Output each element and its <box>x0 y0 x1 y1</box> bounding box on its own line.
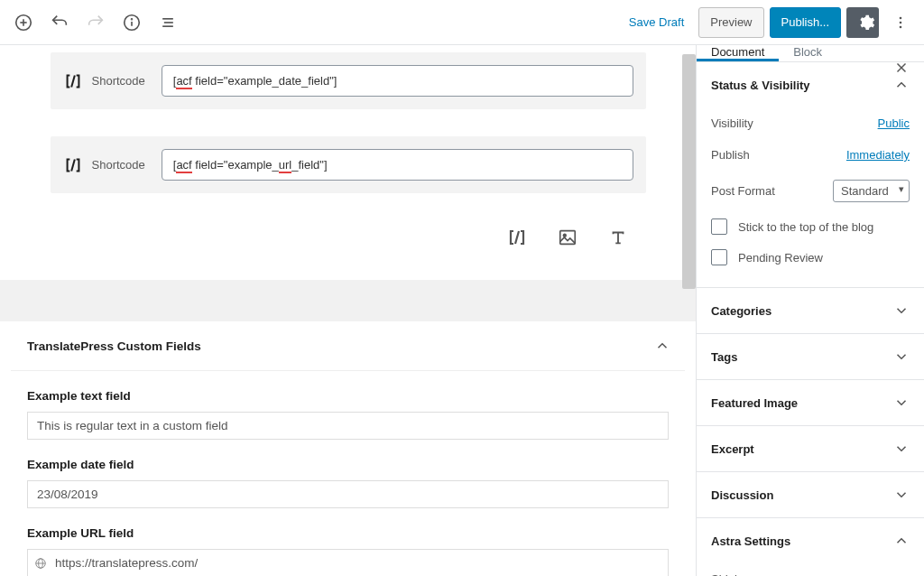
publish-button[interactable]: Publish... <box>770 7 841 38</box>
shortcode-block-1[interactable]: Shortcode [acf field="example_date_field… <box>51 52 646 109</box>
outline-button[interactable] <box>152 6 184 39</box>
editor-scrollbar[interactable] <box>682 54 696 289</box>
panel-discussion[interactable]: Discussion <box>697 472 924 517</box>
panel-featured-image[interactable]: Featured Image <box>697 380 924 425</box>
chevron-down-icon <box>893 302 910 319</box>
info-button[interactable] <box>116 6 148 39</box>
date-field-input[interactable] <box>27 480 669 508</box>
panel-astra-settings[interactable]: Astra Settings <box>697 518 924 563</box>
chevron-down-icon <box>893 441 910 457</box>
text-field-input[interactable] <box>27 412 669 440</box>
shortcode-input-2[interactable]: [acf field="example_url_field"] <box>162 149 633 181</box>
text-field-label: Example text field <box>27 389 669 403</box>
more-menu-button[interactable] <box>884 6 917 39</box>
insert-text-button[interactable] <box>601 220 635 255</box>
post-format-label: Post Format <box>711 184 775 198</box>
date-field-label: Example date field <box>27 458 669 471</box>
globe-icon <box>34 557 47 570</box>
settings-button[interactable] <box>846 7 879 38</box>
add-block-button[interactable] <box>7 6 40 39</box>
redo-button[interactable] <box>79 6 112 39</box>
visibility-value[interactable]: Public <box>878 116 910 130</box>
sticky-label: Stick to the top of the blog <box>738 220 873 234</box>
sticky-checkbox[interactable] <box>711 218 727 235</box>
svg-line-14 <box>515 231 519 244</box>
svg-point-16 <box>563 234 566 237</box>
panel-status-visibility: Status & Visibility Visibility Public Pu… <box>697 62 924 288</box>
shortcode-block-2[interactable]: Shortcode [acf field="example_url_field"… <box>51 136 646 193</box>
editor-spacer <box>0 280 696 321</box>
undo-button[interactable] <box>43 6 76 39</box>
shortcode-icon <box>63 155 83 175</box>
pending-checkbox-row[interactable]: Pending Review <box>711 242 910 273</box>
shortcode-label-text: Shortcode <box>92 158 145 172</box>
custom-fields-header[interactable]: TranslatePress Custom Fields <box>11 321 685 371</box>
chevron-down-icon <box>893 395 910 411</box>
settings-sidebar: Document Block Status & Visibility Visib… <box>696 45 924 576</box>
tab-document[interactable]: Document <box>697 45 779 61</box>
svg-point-11 <box>900 25 902 28</box>
custom-fields-panel: TranslatePress Custom Fields Example tex… <box>0 321 696 576</box>
top-toolbar: Save Draft Preview Publish... <box>0 0 924 45</box>
publish-label: Publish <box>711 148 750 162</box>
chevron-up-icon <box>893 533 910 549</box>
panel-excerpt[interactable]: Excerpt <box>697 426 924 471</box>
url-field-label: Example URL field <box>27 526 669 540</box>
editor-canvas: Shortcode [acf field="example_date_field… <box>0 45 696 576</box>
tab-block[interactable]: Block <box>779 45 836 61</box>
save-draft-button[interactable]: Save Draft <box>620 7 693 38</box>
svg-rect-15 <box>559 231 575 245</box>
svg-line-12 <box>71 75 75 87</box>
panel-categories[interactable]: Categories <box>697 288 924 333</box>
sticky-checkbox-row[interactable]: Stick to the top of the blog <box>711 211 910 242</box>
shortcode-icon <box>63 71 83 91</box>
custom-fields-title: TranslatePress Custom Fields <box>27 339 201 353</box>
svg-point-5 <box>132 18 133 19</box>
svg-point-9 <box>900 16 902 19</box>
chevron-up-icon <box>654 338 670 354</box>
panel-tags[interactable]: Tags <box>697 334 924 379</box>
shortcode-input-1[interactable]: [acf field="example_date_field"] <box>162 65 633 97</box>
panel-status-title: Status & Visibility <box>711 79 810 92</box>
pending-label: Pending Review <box>738 251 823 265</box>
shortcode-label-text: Shortcode <box>92 74 145 88</box>
visibility-label: Visibility <box>711 116 753 130</box>
svg-point-10 <box>900 21 902 23</box>
astra-sidebar-label: Sidebar <box>711 572 752 576</box>
panel-status-header[interactable]: Status & Visibility <box>697 62 924 107</box>
close-sidebar-button[interactable] <box>893 55 919 80</box>
chevron-down-icon <box>893 348 910 365</box>
preview-button[interactable]: Preview <box>698 7 763 38</box>
chevron-down-icon <box>893 487 910 503</box>
insert-shortcode-button[interactable] <box>500 220 534 255</box>
url-field-input[interactable] <box>27 549 669 576</box>
pending-checkbox[interactable] <box>711 249 727 265</box>
svg-line-13 <box>71 159 75 171</box>
publish-value[interactable]: Immediately <box>846 148 910 162</box>
post-format-select[interactable]: Standard <box>833 180 910 202</box>
insert-image-button[interactable] <box>550 220 585 255</box>
